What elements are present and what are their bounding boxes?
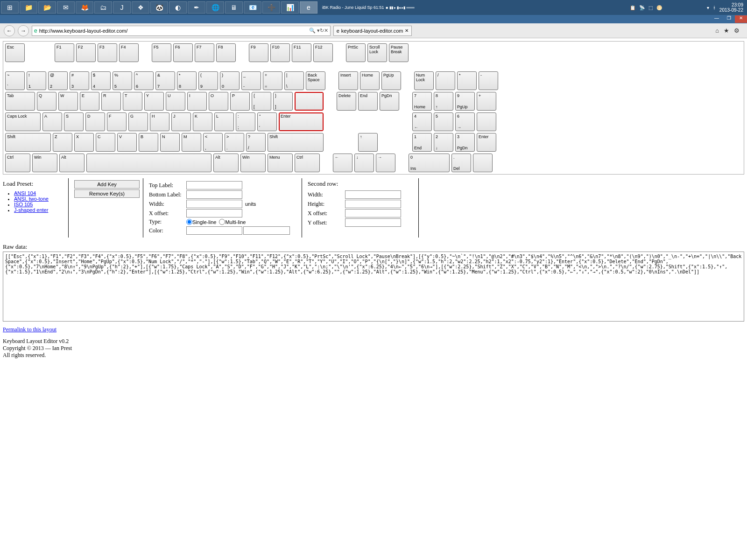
maximize-button[interactable]: ❐ xyxy=(723,15,735,23)
key-n[interactable]: N xyxy=(160,133,180,152)
top-label-input[interactable] xyxy=(186,181,242,189)
task-app2[interactable]: ❖ xyxy=(132,1,149,14)
key-[interactable]: _- xyxy=(241,71,261,90)
stop-icon[interactable]: ✕ xyxy=(324,28,328,34)
key-pgup[interactable]: PgUp xyxy=(381,71,401,90)
url-input[interactable]: e http://www.keyboard-layout-editor.com/… xyxy=(32,26,331,36)
key-home[interactable]: Home xyxy=(360,71,380,90)
key-6[interactable]: 6→ xyxy=(455,112,475,131)
key-blank[interactable] xyxy=(473,154,493,172)
width-input[interactable] xyxy=(186,200,242,208)
key-u[interactable]: U xyxy=(166,92,185,111)
xoffset-input[interactable] xyxy=(186,209,242,217)
tray-rss-icon[interactable]: 📡 xyxy=(639,5,645,10)
key-f1[interactable]: F1 xyxy=(55,43,74,62)
key-shift[interactable]: Shift xyxy=(5,133,51,152)
key-[interactable]: :; xyxy=(236,112,255,131)
key-[interactable]: ?/ xyxy=(246,133,266,152)
task-excel[interactable]: 📊 xyxy=(281,1,299,14)
key-blank[interactable] xyxy=(295,92,324,111)
key-f2[interactable]: F2 xyxy=(76,43,96,62)
key-[interactable]: }] xyxy=(273,92,293,111)
key-x[interactable]: X xyxy=(74,133,94,152)
key-[interactable]: / xyxy=(436,71,455,90)
key-c[interactable]: C xyxy=(96,133,115,152)
task-explorer[interactable]: 📁 xyxy=(20,1,37,14)
key-7[interactable]: 7Home xyxy=(412,92,432,111)
key-[interactable]: {[ xyxy=(252,92,271,111)
key-1[interactable]: 1End xyxy=(412,133,432,152)
key-w[interactable]: W xyxy=(58,92,78,111)
start-button[interactable]: ⊞ xyxy=(1,1,19,14)
key-blank[interactable] xyxy=(86,154,211,172)
preset-link[interactable]: J-shaped enter xyxy=(14,207,48,213)
multi-line-radio[interactable] xyxy=(219,219,225,225)
task-files[interactable]: 🗂 xyxy=(94,1,112,14)
key-f8[interactable]: F8 xyxy=(216,43,236,62)
key-j[interactable]: J xyxy=(171,112,191,131)
key-[interactable]: &7 xyxy=(155,71,175,90)
key-end[interactable]: End xyxy=(358,92,378,111)
key-y[interactable]: Y xyxy=(144,92,164,111)
key-[interactable]: ↑ xyxy=(358,133,378,152)
task-app4[interactable]: ✒ xyxy=(188,1,205,14)
key-4[interactable]: 4← xyxy=(412,112,432,131)
add-key-button[interactable]: Add Key xyxy=(74,180,140,189)
key-alt[interactable]: Alt xyxy=(213,154,239,172)
key-o[interactable]: O xyxy=(209,92,228,111)
key-[interactable]: !1 xyxy=(27,71,46,90)
key-l[interactable]: L xyxy=(214,112,234,131)
tab-close-icon[interactable]: ✕ xyxy=(405,28,409,33)
bottom-label-input[interactable] xyxy=(186,190,242,199)
key-blank[interactable] xyxy=(477,112,496,131)
close-button[interactable]: ✕ xyxy=(735,15,747,23)
key-2[interactable]: 2↓ xyxy=(434,133,453,152)
raw-data-textarea[interactable] xyxy=(3,252,744,322)
key-esc[interactable]: Esc xyxy=(5,43,25,62)
key-t[interactable]: T xyxy=(123,92,142,111)
key-[interactable]: <, xyxy=(203,133,223,152)
key-i[interactable]: I xyxy=(187,92,207,111)
search-icon[interactable]: 🔍 ▾ xyxy=(309,28,320,34)
key-delete[interactable]: Delete xyxy=(337,92,356,111)
favorites-icon[interactable]: ★ xyxy=(724,27,729,34)
key-s[interactable]: S xyxy=(64,112,84,131)
tray-bt-icon[interactable]: ᚼ xyxy=(713,5,716,10)
width2-input[interactable] xyxy=(345,190,401,199)
yoffset2-input[interactable] xyxy=(345,218,401,227)
key-8[interactable]: 8↑ xyxy=(434,92,453,111)
key-shift[interactable]: Shift xyxy=(268,133,324,152)
key-f[interactable]: F xyxy=(107,112,127,131)
browser-tab[interactable]: e keyboard-layout-editor.com ✕ xyxy=(333,26,412,36)
key-numlock[interactable]: Num Lock xyxy=(414,71,434,90)
task-firefox[interactable]: 🦊 xyxy=(76,1,93,14)
key-[interactable]: ← xyxy=(333,154,352,172)
key-r[interactable]: R xyxy=(101,92,121,111)
tray-icon2[interactable]: ⬚ xyxy=(648,5,653,10)
task-folder[interactable]: 📂 xyxy=(38,1,56,14)
key-[interactable]: (9 xyxy=(198,71,218,90)
minimize-button[interactable]: — xyxy=(711,15,723,23)
key-win[interactable]: Win xyxy=(240,154,266,172)
key-f10[interactable]: F10 xyxy=(270,43,290,62)
key-v[interactable]: V xyxy=(117,133,137,152)
key-9[interactable]: 9PgUp xyxy=(455,92,475,111)
key-ctrl[interactable]: Ctrl xyxy=(5,154,30,172)
key-[interactable]: * xyxy=(457,71,477,90)
key-menu[interactable]: Menu xyxy=(268,154,293,172)
task-outlook[interactable]: 📧 xyxy=(244,1,261,14)
key-enter[interactable]: Enter xyxy=(477,133,496,152)
key-tab[interactable]: Tab xyxy=(5,92,35,111)
key-f5[interactable]: F5 xyxy=(152,43,171,62)
back-button[interactable]: ← xyxy=(4,25,15,36)
key-[interactable]: *8 xyxy=(177,71,197,90)
key-win[interactable]: Win xyxy=(32,154,57,172)
key-m[interactable]: M xyxy=(182,133,201,152)
key-e[interactable]: E xyxy=(80,92,99,111)
key-f12[interactable]: F12 xyxy=(313,43,333,62)
key-[interactable]: |\ xyxy=(284,71,304,90)
task-chrome[interactable]: 🌐 xyxy=(206,1,224,14)
home-icon[interactable]: ⌂ xyxy=(715,27,719,34)
key-[interactable]: "' xyxy=(257,112,277,131)
color-swatch-input[interactable] xyxy=(243,226,290,235)
